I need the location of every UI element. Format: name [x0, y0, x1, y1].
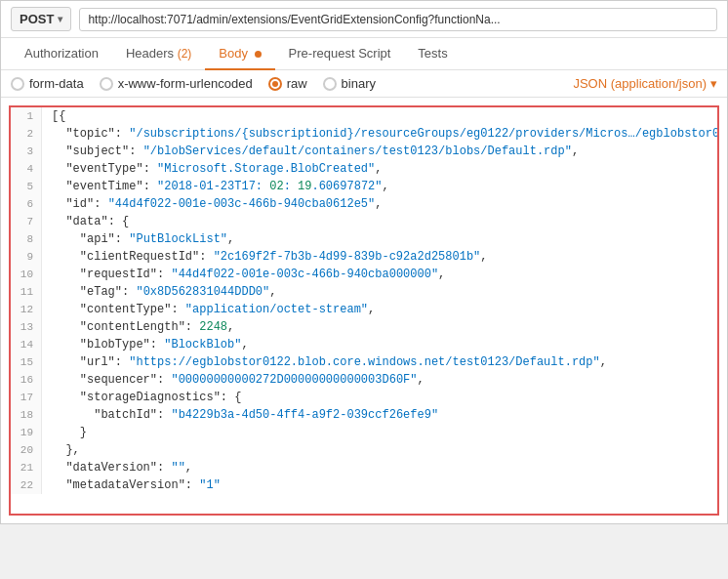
code-line: 16 "sequencer": "00000000000272D00000000…: [11, 371, 717, 389]
line-number: 12: [11, 301, 42, 318]
code-line: 13 "contentLength": 2248,: [11, 318, 717, 336]
radio-binary[interactable]: [323, 77, 337, 91]
code-line: 19 }: [11, 424, 717, 441]
code-editor[interactable]: 1[{2 "topic": "/subscriptions/{subscript…: [9, 105, 719, 516]
format-label: JSON (application/json): [573, 76, 707, 91]
line-number: 22: [11, 476, 42, 494]
line-content: "data": {: [42, 213, 717, 230]
line-content: "subject": "/blobServices/default/contai…: [42, 143, 717, 160]
code-line: 5 "eventTime": "2018-01-23T17: 02: 19.60…: [11, 178, 717, 195]
method-label: POST: [20, 12, 54, 26]
line-number: 16: [11, 371, 42, 389]
tab-pre-request[interactable]: Pre-request Script: [275, 38, 405, 70]
option-binary[interactable]: binary: [323, 76, 376, 91]
code-line: 11 "eTag": "0x8D562831044DDD0",: [11, 283, 717, 301]
tab-tests[interactable]: Tests: [404, 38, 461, 70]
line-content: "blobType": "BlockBlob",: [42, 336, 717, 353]
line-content: "eventTime": "2018-01-23T17: 02: 19.6069…: [42, 178, 717, 195]
line-number: 11: [11, 283, 42, 301]
radio-form-data[interactable]: [11, 77, 24, 91]
tabs-row: Authorization Headers (2) Body Pre-reque…: [1, 38, 727, 70]
line-content: "clientRequestId": "2c169f2f-7b3b-4d99-8…: [42, 248, 717, 266]
line-content: "contentLength": 2248,: [42, 318, 717, 336]
line-number: 6: [11, 195, 42, 213]
code-line: 6 "id": "44d4f022-001e-003c-466b-940cba0…: [11, 195, 717, 213]
method-dropdown[interactable]: POST ▾: [11, 7, 71, 31]
line-content: "eTag": "0x8D562831044DDD0",: [42, 283, 717, 301]
format-chevron: ▾: [710, 76, 717, 91]
tab-headers[interactable]: Headers (2): [112, 38, 205, 70]
line-number: 8: [11, 230, 42, 248]
radio-urlencoded[interactable]: [100, 77, 113, 91]
radio-raw[interactable]: [268, 77, 282, 91]
line-number: 20: [11, 441, 42, 459]
line-content: "batchId": "b4229b3a-4d50-4ff4-a9f2-039c…: [42, 406, 717, 424]
line-number: 2: [11, 125, 42, 143]
tab-authorization[interactable]: Authorization: [11, 38, 112, 70]
option-raw[interactable]: raw: [268, 76, 307, 91]
line-content: "dataVersion": "",: [42, 459, 717, 476]
code-line: 14 "blobType": "BlockBlob",: [11, 336, 717, 353]
code-line: 1[{: [11, 107, 717, 125]
line-content: "topic": "/subscriptions/{subscriptionid…: [42, 125, 719, 143]
code-line: 17 "storageDiagnostics": {: [11, 389, 717, 406]
line-number: 4: [11, 160, 42, 178]
line-number: 14: [11, 336, 42, 353]
line-number: 7: [11, 213, 42, 230]
line-content: "eventType": "Microsoft.Storage.BlobCrea…: [42, 160, 717, 178]
line-number: 10: [11, 266, 42, 283]
line-number: 17: [11, 389, 42, 406]
body-dot: [255, 51, 262, 58]
code-line: 3 "subject": "/blobServices/default/cont…: [11, 143, 717, 160]
tab-body[interactable]: Body: [205, 38, 274, 70]
code-line: 4 "eventType": "Microsoft.Storage.BlobCr…: [11, 160, 717, 178]
option-urlencoded[interactable]: x-www-form-urlencoded: [100, 76, 253, 91]
code-line: 20 },: [11, 441, 717, 459]
url-input[interactable]: http://localhost:7071/admin/extensions/E…: [79, 8, 717, 31]
line-number: 19: [11, 424, 42, 441]
line-number: 1: [11, 107, 42, 125]
line-content: "url": "https://egblobstor0122.blob.core…: [42, 353, 717, 371]
line-number: 21: [11, 459, 42, 476]
code-line: 10 "requestId": "44d4f022-001e-003c-466b…: [11, 266, 717, 283]
code-line: 2 "topic": "/subscriptions/{subscription…: [11, 125, 717, 143]
line-content: "sequencer": "00000000000272D00000000000…: [42, 371, 717, 389]
method-chevron: ▾: [58, 14, 62, 24]
format-dropdown[interactable]: JSON (application/json) ▾: [573, 76, 717, 91]
line-content: "api": "PutBlockList",: [42, 230, 717, 248]
code-line: 12 "contentType": "application/octet-str…: [11, 301, 717, 318]
headers-badge: (2): [178, 47, 192, 61]
line-number: 18: [11, 406, 42, 424]
line-content: "id": "44d4f022-001e-003c-466b-940cba061…: [42, 195, 717, 213]
line-number: 9: [11, 248, 42, 266]
code-line: 7 "data": {: [11, 213, 717, 230]
line-content: "contentType": "application/octet-stream…: [42, 301, 717, 318]
line-number: 5: [11, 178, 42, 195]
line-content: "requestId": "44d4f022-001e-003c-466b-94…: [42, 266, 717, 283]
code-line: 21 "dataVersion": "",: [11, 459, 717, 476]
code-line: 18 "batchId": "b4229b3a-4d50-4ff4-a9f2-0…: [11, 406, 717, 424]
line-number: 3: [11, 143, 42, 160]
line-content: },: [42, 441, 717, 459]
line-content: [{: [42, 107, 717, 125]
code-line: 9 "clientRequestId": "2c169f2f-7b3b-4d99…: [11, 248, 717, 266]
top-bar: POST ▾ http://localhost:7071/admin/exten…: [1, 1, 727, 38]
code-line: 22 "metadataVersion": "1": [11, 476, 717, 494]
options-row: form-data x-www-form-urlencoded raw bina…: [1, 70, 727, 98]
line-content: }: [42, 424, 717, 441]
line-content: "metadataVersion": "1": [42, 476, 717, 494]
line-number: 15: [11, 353, 42, 371]
line-number: 13: [11, 318, 42, 336]
line-content: "storageDiagnostics": {: [42, 389, 717, 406]
code-line: 8 "api": "PutBlockList",: [11, 230, 717, 248]
code-line: 15 "url": "https://egblobstor0122.blob.c…: [11, 353, 717, 371]
option-form-data[interactable]: form-data: [11, 76, 84, 91]
